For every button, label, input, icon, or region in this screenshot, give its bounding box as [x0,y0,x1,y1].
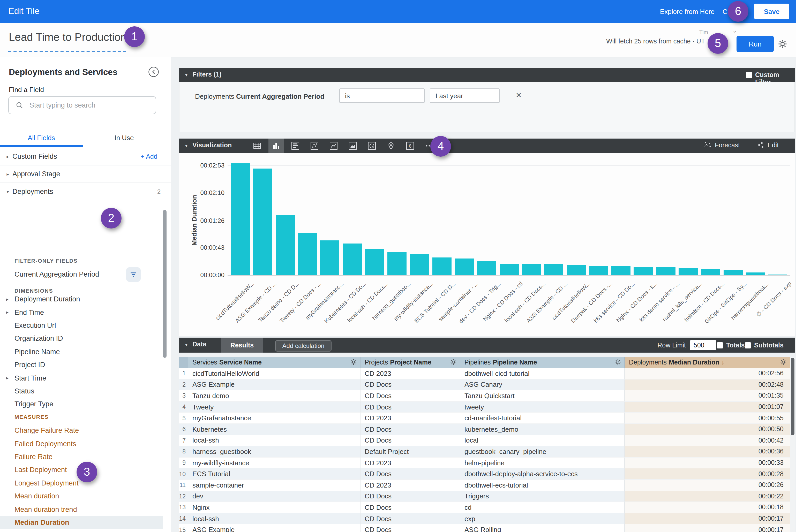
dimension-project-id[interactable]: Project ID [0,358,163,372]
chart-bar[interactable] [723,270,742,275]
measure-mean-duration[interactable]: Mean duration [0,490,163,503]
chart-bar[interactable] [634,267,653,275]
table-row[interactable]: 15ASG ExampleCD DocsASG Rolling00:00:17 [179,525,795,532]
chart-bar[interactable] [522,264,541,275]
table-row[interactable]: 13NginxCD Docscd00:00:18 [179,502,795,513]
table-row[interactable]: 10ECS TutorialCD Docsdbothwell-deploy-al… [179,469,795,480]
table-scrollbar[interactable] [790,357,795,532]
table-row[interactable]: 6KubernetesCD Docskubernetes_demo00:00:5… [179,424,795,435]
dimension-status[interactable]: Status [0,384,163,398]
subtotals-checkbox[interactable] [745,342,751,348]
viz-type-area-icon[interactable] [345,138,360,153]
chart-bar[interactable] [679,268,698,275]
measure-failed-deployments[interactable]: Failed Deployments [0,437,163,450]
table-row[interactable]: 8harness_guestbookDefault Projectguestbo… [179,446,795,457]
chart-bar[interactable] [320,240,339,275]
measure-failure-rate[interactable]: Failure Rate [0,450,163,463]
measure-success-rate[interactable]: Success Rate [0,529,163,532]
measure-median-duration[interactable]: Median Duration [0,516,163,529]
filters-section-bar[interactable]: ▾ Filters (1) Custom Filter [179,68,795,82]
table-row[interactable]: 4TweetyCD Docstweety00:01:07 [179,402,795,413]
table-row[interactable]: 12devCD DocsTriggers00:00:22 [179,491,795,502]
column-header-project-name[interactable]: ProjectsProject Name [360,357,460,368]
chart-bar[interactable] [768,274,787,275]
viz-type-pie-icon[interactable] [364,138,380,153]
dimension-trigger-type[interactable]: Trigger Type [0,398,163,411]
viz-type-table-icon[interactable] [249,138,265,153]
visualization-section-bar[interactable]: ▾ Visualization 6 Forecast Edit [179,138,795,153]
sidebar-scrollbar[interactable] [163,210,167,358]
table-row[interactable]: 11sample-containerCD 2023dbothwell-ecs-t… [179,480,795,491]
table-row[interactable]: 1cicdTutorialHelloWorldCD 2023dbothwell-… [179,368,795,379]
chart-bar[interactable] [253,169,272,275]
chart-bar[interactable] [477,261,496,275]
explore-from-here-button[interactable]: Explore from Here [660,8,715,16]
column-header-median-duration[interactable]: DeploymentsMedian Duration ↓ [625,357,790,368]
chart-bar[interactable] [410,254,429,275]
filter-icon[interactable] [126,267,141,282]
chart-bar[interactable] [275,215,295,275]
chart-bar[interactable] [544,264,563,275]
field-search-box[interactable] [8,96,156,114]
viz-type-scatter-icon[interactable] [307,138,322,153]
totals-checkbox[interactable] [717,342,723,348]
sidebar-section-custom-fields[interactable]: ▸Custom Fields+ Add [0,148,171,166]
column-header-pipeline-name[interactable]: PipelinesPipeline Name [460,357,625,368]
dimension-deployment-duration[interactable]: ▸Deployment Duration [0,292,163,306]
chart-bar[interactable] [343,243,362,275]
tab-in-use[interactable]: In Use [83,129,166,146]
table-row[interactable]: 5myGrafanaInstanceCD 2023cd-manifest-tut… [179,413,795,424]
chart-bar[interactable] [387,252,407,275]
results-tab[interactable]: Results [221,338,263,353]
dimension-pipeline-name[interactable]: Pipeline Name [0,345,163,358]
chart-bar[interactable] [746,272,765,275]
table-row[interactable]: 2ASG ExampleCD DocsASG Canary00:02:48 [179,379,795,390]
chart-bar[interactable] [611,266,630,275]
dimension-execution-url[interactable]: Execution Url [0,319,163,332]
timezone-label[interactable]: Tim [699,29,708,35]
viz-type-line-icon[interactable] [326,138,341,153]
measure-mean-duration-trend[interactable]: Mean duration trend [0,503,163,516]
search-input[interactable] [29,101,144,110]
chart-bar[interactable] [432,257,451,275]
collapse-sidebar-icon[interactable] [148,66,159,78]
viz-type-single-value-icon[interactable]: 6 [402,138,418,153]
filter-operator-select[interactable]: is [339,89,425,103]
chart-bar[interactable] [455,259,474,275]
chart-bar[interactable] [365,248,384,275]
save-button[interactable]: Save [754,4,789,19]
viz-type-map-icon[interactable] [383,138,399,153]
forecast-button[interactable]: Forecast [704,141,740,149]
sidebar-section-approval-stage[interactable]: ▸Approval Stage [0,166,171,183]
dimension-organization-id[interactable]: Organization ID [0,332,163,345]
remove-filter-icon[interactable]: ✕ [516,91,522,99]
custom-filter-checkbox[interactable] [746,72,752,78]
chart-bar[interactable] [656,268,675,275]
viz-type-bar-icon[interactable] [288,138,303,153]
filter-value-select[interactable]: Last year [430,89,500,103]
run-button[interactable]: Run [737,36,774,52]
table-row[interactable]: 9my-wildfly-instanceCD 2023helm-pipeline… [179,458,795,469]
row-limit-input[interactable] [690,340,716,350]
sidebar-section-deployments[interactable]: ▾Deployments2 [0,183,171,200]
chart-bar[interactable] [701,269,720,275]
tile-title[interactable]: Lead Time to Production [9,31,127,43]
edit-visualization-button[interactable]: Edit [757,141,779,149]
column-header-service-name[interactable]: ServicesService Name [188,357,360,368]
chart-bar[interactable] [298,233,317,275]
table-row[interactable]: 14local-sshCD Docsexp00:00:17 [179,513,795,524]
sidebar-item-current-aggregation-period[interactable]: Current Aggregation Period [0,267,171,282]
chart-bar[interactable] [499,264,519,275]
dimension-start-time[interactable]: ▸Start Time [0,372,163,385]
query-settings-gear-icon[interactable] [778,39,787,49]
viz-type-column-icon[interactable] [269,138,284,153]
dimension-end-time[interactable]: ▸End Time [0,306,163,319]
tab-all-fields[interactable]: All Fields [0,129,83,146]
data-section-bar[interactable]: ▾ Data Results Add calculation Row Limit… [179,338,795,353]
add-custom-field-button[interactable]: + Add [141,153,158,160]
table-row[interactable]: 3Tanzu demoCD DocsTanzu Quickstart00:01:… [179,390,795,401]
measure-change-failure-rate[interactable]: Change Failure Rate [0,424,163,437]
table-row[interactable]: 7local-sshCD Docslocal00:00:42 [179,435,795,446]
chart-bar[interactable] [567,265,586,275]
chart-bar[interactable] [231,164,250,275]
